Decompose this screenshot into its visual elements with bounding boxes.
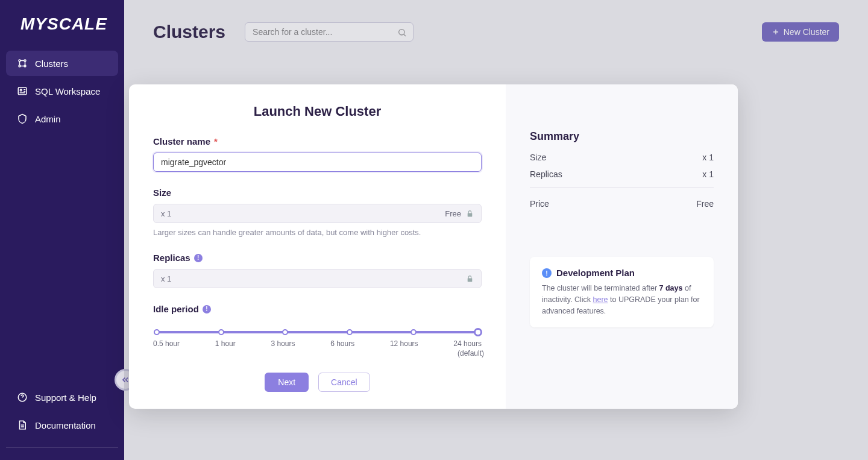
replicas-value: x 1 [161, 274, 171, 283]
info-icon[interactable]: ! [194, 254, 203, 262]
summary-row-size: Size x 1 [530, 153, 714, 162]
required-indicator: * [214, 136, 218, 147]
summary-row-replicas: Replicas x 1 [530, 169, 714, 179]
svg-point-2 [19, 65, 20, 67]
help-icon [17, 392, 28, 403]
sidebar-item-admin[interactable]: Admin [6, 106, 118, 131]
size-select[interactable]: x 1 Free [153, 204, 482, 223]
replicas-label: Replicas ! [153, 253, 482, 263]
svg-point-1 [24, 60, 26, 61]
brand-logo: MYSCALE [20, 14, 118, 34]
next-button[interactable]: Next [265, 373, 309, 392]
admin-icon [17, 113, 28, 124]
sidebar-item-sql-workspace[interactable]: SQL Workspace [6, 78, 118, 104]
modal-form: Launch New Cluster Cluster name * Size x… [129, 84, 506, 409]
modal-title: Launch New Cluster [153, 104, 482, 119]
sidebar: MYSCALE Clusters SQL Workspace Admin Sup… [0, 0, 124, 460]
summary-title: Summary [530, 130, 714, 143]
sql-icon [17, 86, 28, 96]
launch-cluster-modal: Launch New Cluster Cluster name * Size x… [129, 84, 738, 409]
cluster-name-input[interactable] [153, 153, 482, 172]
development-plan-box: ! Development Plan The cluster will be t… [530, 257, 714, 327]
sidebar-item-documentation[interactable]: Documentation [6, 412, 118, 438]
dev-plan-text: The cluster will be terminated after 7 d… [542, 283, 702, 317]
idle-period-slider[interactable]: 0.5 hour 1 hour 3 hours 6 hours 12 hours… [153, 331, 482, 348]
svg-point-5 [20, 89, 22, 91]
size-badge: Free [445, 209, 461, 218]
documentation-icon [17, 420, 28, 430]
svg-point-0 [19, 60, 20, 61]
sidebar-item-label: Clusters [35, 58, 68, 69]
idle-period-label: Idle period ! [153, 304, 482, 314]
slider-default-note: (default) [458, 349, 484, 358]
sidebar-item-label: Admin [35, 114, 61, 124]
size-value: x 1 [161, 209, 171, 218]
slider-label: 1 hour [215, 339, 236, 348]
lock-icon [466, 210, 474, 218]
sidebar-item-label: Documentation [35, 420, 96, 430]
size-helper: Larger sizes can handle greater amounts … [153, 228, 482, 237]
slider-handle[interactable] [474, 328, 482, 336]
dev-plan-title: ! Development Plan [542, 268, 702, 278]
size-label: Size [153, 187, 482, 198]
summary-row-price: Price Free [530, 199, 714, 209]
slider-label: 0.5 hour [153, 339, 180, 348]
info-badge-icon: ! [542, 268, 552, 278]
svg-point-3 [24, 65, 26, 67]
info-icon[interactable]: ! [203, 305, 211, 313]
cluster-name-label: Cluster name * [153, 136, 482, 147]
upgrade-link[interactable]: here [593, 295, 608, 304]
lock-icon [466, 275, 474, 283]
sidebar-item-support[interactable]: Support & Help [6, 385, 118, 410]
sidebar-item-label: SQL Workspace [35, 86, 100, 96]
replicas-select[interactable]: x 1 [153, 269, 482, 288]
clusters-icon [17, 58, 28, 69]
sidebar-item-label: Support & Help [35, 392, 96, 403]
slider-label: 24 hours [453, 339, 482, 348]
modal-summary: Summary Size x 1 Replicas x 1 Price Free… [506, 84, 738, 409]
slider-label: 6 hours [330, 339, 354, 348]
slider-label: 12 hours [390, 339, 418, 348]
divider [530, 187, 714, 188]
cancel-button[interactable]: Cancel [318, 373, 370, 392]
sidebar-item-clusters[interactable]: Clusters [6, 51, 118, 76]
slider-label: 3 hours [271, 339, 295, 348]
